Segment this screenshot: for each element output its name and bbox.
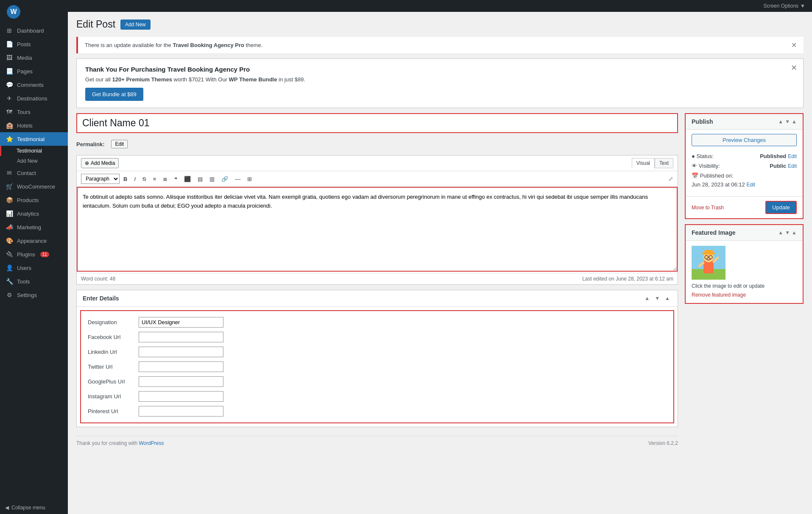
paragraph-select[interactable]: Paragraph <box>81 174 120 184</box>
permalink-edit-button[interactable]: Edit <box>111 140 128 148</box>
designation-input[interactable] <box>139 317 223 328</box>
link-button[interactable]: 🔗 <box>218 174 231 184</box>
sidebar-item-tours[interactable]: 🗺 Tours <box>0 105 68 119</box>
publish-body: Preview Changes ● Status: Published Edit <box>686 130 803 193</box>
sidebar-item-destinations[interactable]: ✈ Destinations <box>0 92 68 105</box>
facebook-input[interactable] <box>139 332 223 342</box>
sidebar-item-hotels[interactable]: 🏨 Hotels <box>0 119 68 132</box>
sidebar-item-testimonial-sub[interactable]: Testimonial <box>0 146 68 156</box>
strikethrough-button[interactable]: S <box>140 174 149 184</box>
meta-field-designation: Designation <box>88 317 667 328</box>
sidebar-item-appearance[interactable]: 🎨 Appearance <box>0 234 68 247</box>
remove-featured-image-link[interactable]: Remove featured image <box>692 292 746 298</box>
meta-box-header: Enter Details ▲ ▼ ▲ <box>77 290 678 307</box>
ordered-list-button[interactable]: ≣ <box>160 174 170 184</box>
wordpress-link[interactable]: WordPress <box>139 440 164 446</box>
sidebar-item-comments[interactable]: 💬 Comments <box>0 78 68 92</box>
tools-icon: 🔧 <box>5 278 14 285</box>
bold-button[interactable]: B <box>120 174 130 184</box>
footer-thanks: Thank you for creating with WordPress <box>76 440 164 446</box>
sidebar-item-label: Plugins <box>17 251 35 258</box>
screen-options-button[interactable]: Screen Options ▼ <box>763 3 805 9</box>
featured-image-controls: ▲ ▼ ▲ <box>778 230 797 236</box>
collapse-menu-button[interactable]: ◀ Collapse menu <box>0 501 68 514</box>
published-edit-link[interactable]: Edit <box>746 182 755 188</box>
googleplus-input[interactable] <box>139 376 223 387</box>
pinterest-input[interactable] <box>139 406 223 417</box>
move-to-trash-link[interactable]: Move to Trash <box>692 205 724 211</box>
featured-down-button[interactable]: ▼ <box>785 230 790 236</box>
table-button[interactable]: ⊞ <box>244 174 255 184</box>
featured-image-header: Featured Image ▲ ▼ ▲ <box>686 225 803 241</box>
sidebar-item-tools[interactable]: 🔧 Tools <box>0 275 68 288</box>
sidebar-item-analytics[interactable]: 📊 Analytics <box>0 207 68 220</box>
meta-box-up-button[interactable]: ▲ <box>643 295 651 302</box>
sidebar-item-contact[interactable]: ✉ Contact <box>0 166 68 180</box>
meta-box-controls: ▲ ▼ ▲ <box>643 295 672 302</box>
promo-close-icon[interactable]: ✕ <box>791 63 797 72</box>
twitter-label: Twitter Url <box>88 364 139 370</box>
visibility-public: Public <box>770 163 786 169</box>
align-left-button[interactable]: ⬛ <box>181 174 194 184</box>
sidebar-item-pages[interactable]: 📃 Pages <box>0 64 68 78</box>
update-button[interactable]: Update <box>765 201 797 214</box>
contact-icon: ✉ <box>5 169 14 176</box>
word-count: Word count: 48 <box>81 276 115 282</box>
media-plus-icon: ⊕ <box>85 160 89 166</box>
marketing-icon: 📣 <box>5 224 14 231</box>
permalink-row: Permalink: Edit <box>76 138 678 150</box>
edit-layout: Permalink: Edit ⊕ Add Media Visual Text <box>76 113 804 450</box>
text-tab[interactable]: Text <box>655 158 673 168</box>
meta-box-body: Designation Facebook Url Linkedin Url <box>80 310 674 423</box>
sidebar-item-woocommerce[interactable]: 🛒 WooCommerce <box>0 180 68 193</box>
horizontal-rule-button[interactable]: — <box>232 174 243 184</box>
publish-title: Publish <box>692 118 713 125</box>
sidebar-item-marketing[interactable]: 📣 Marketing <box>0 220 68 234</box>
dashboard-icon: ⊞ <box>5 27 14 34</box>
add-new-button[interactable]: Add New <box>120 19 151 30</box>
pinterest-label: Pinterest Url <box>88 408 139 414</box>
sidebar-item-plugins[interactable]: 🔌 Plugins 11 <box>0 247 68 261</box>
sidebar-item-users[interactable]: 👤 Users <box>0 261 68 275</box>
status-edit-link[interactable]: Edit <box>788 153 797 159</box>
visibility-edit-link[interactable]: Edit <box>788 163 797 169</box>
meta-box-toggle-button[interactable]: ▲ <box>663 295 672 302</box>
meta-box-down-button[interactable]: ▼ <box>653 295 661 302</box>
sidebar-item-posts[interactable]: 📄 Posts <box>0 37 68 51</box>
preview-changes-button[interactable]: Preview Changes <box>692 134 797 146</box>
sidebar-item-label: Contact <box>17 170 36 176</box>
wp-logo-icon: W <box>7 5 20 19</box>
promo-text: Get our all 120+ Premium Themes worth $7… <box>85 76 795 83</box>
italic-button[interactable]: I <box>131 174 139 184</box>
featured-toggle-button[interactable]: ▲ <box>792 230 797 236</box>
sidebar-item-dashboard[interactable]: ⊞ Dashboard <box>0 24 68 37</box>
publish-down-button[interactable]: ▼ <box>785 119 790 125</box>
twitter-input[interactable] <box>139 361 223 372</box>
promo-button[interactable]: Get Bundle at $89 <box>85 88 143 101</box>
sidebar-item-testimonial[interactable]: ⭐ Testimonial <box>0 132 68 146</box>
screen-options-label: Screen Options <box>763 3 798 9</box>
publish-toggle-button[interactable]: ▲ <box>792 119 797 125</box>
add-media-button[interactable]: ⊕ Add Media <box>81 158 119 168</box>
expand-editor-button[interactable]: ⤢ <box>668 175 673 182</box>
featured-image-thumbnail[interactable] <box>692 246 725 280</box>
visual-tab[interactable]: Visual <box>632 158 655 168</box>
sidebar-item-products[interactable]: 📦 Products <box>0 193 68 207</box>
sidebar-item-settings[interactable]: ⚙ Settings <box>0 288 68 302</box>
editor-toolbar-top: ⊕ Add Media Visual Text <box>77 156 678 171</box>
unordered-list-button[interactable]: ≡ <box>150 174 159 184</box>
posts-icon: 📄 <box>5 41 14 47</box>
analytics-icon: 📊 <box>5 210 14 217</box>
align-center-button[interactable]: ▤ <box>195 174 206 184</box>
notice-close-icon[interactable]: ✕ <box>791 41 797 49</box>
publish-up-button[interactable]: ▲ <box>778 119 783 125</box>
blockquote-button[interactable]: ❝ <box>171 174 180 184</box>
instagram-input[interactable] <box>139 391 223 402</box>
sidebar-item-media[interactable]: 🖼 Media <box>0 51 68 64</box>
linkedin-input[interactable] <box>139 347 223 357</box>
sidebar-item-add-new[interactable]: Add New <box>0 156 68 166</box>
align-right-button[interactable]: ▥ <box>206 174 218 184</box>
post-title-input[interactable] <box>76 113 678 133</box>
post-content-textarea[interactable]: Te obtinuit ut adepto satis somno. Aliis… <box>77 187 678 272</box>
featured-up-button[interactable]: ▲ <box>778 230 783 236</box>
